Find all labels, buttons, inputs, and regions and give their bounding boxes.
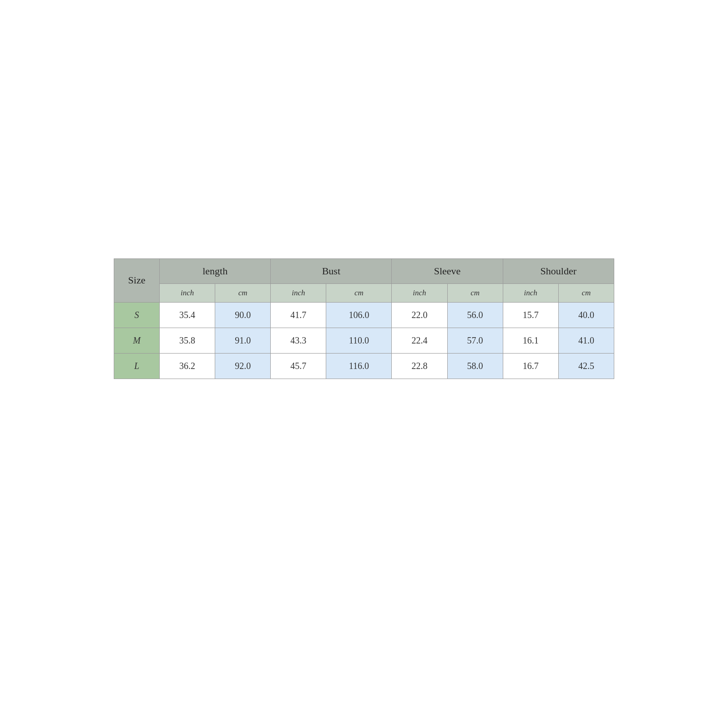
sleeve-inch-cell: 22.0	[392, 302, 447, 328]
shoulder-cm-cell: 40.0	[558, 302, 614, 328]
size-cell: S	[114, 302, 160, 328]
size-chart-table: Size length Bust Sleeve Shoulder inch cm…	[114, 258, 614, 379]
sleeve-cm-cell: 57.0	[447, 328, 503, 353]
size-chart-body: S 35.4 90.0 41.7 106.0 22.0 56.0 15.7 40…	[114, 302, 614, 379]
sleeve-column-header: Sleeve	[392, 258, 503, 283]
table-wrapper: Size length Bust Sleeve Shoulder inch cm…	[114, 258, 614, 379]
size-cell: M	[114, 328, 160, 353]
table-row: L 36.2 92.0 45.7 116.0 22.8 58.0 16.7 42…	[114, 353, 614, 379]
length-inch-cell: 35.8	[160, 328, 215, 353]
length-cm-cell: 92.0	[215, 353, 271, 379]
length-inch-cell: 36.2	[160, 353, 215, 379]
table-row: M 35.8 91.0 43.3 110.0 22.4 57.0 16.1 41…	[114, 328, 614, 353]
shoulder-inch-cell: 16.1	[503, 328, 558, 353]
shoulder-column-header: Shoulder	[503, 258, 614, 283]
bust-cm-header: cm	[326, 283, 392, 302]
length-cm-cell: 90.0	[215, 302, 271, 328]
bust-cm-cell: 110.0	[326, 328, 392, 353]
shoulder-cm-cell: 42.5	[558, 353, 614, 379]
sleeve-inch-cell: 22.4	[392, 328, 447, 353]
sleeve-cm-cell: 56.0	[447, 302, 503, 328]
bust-cm-cell: 116.0	[326, 353, 392, 379]
unit-header-row: inch cm inch cm inch cm inch cm	[114, 283, 614, 302]
page-container: Size length Bust Sleeve Shoulder inch cm…	[0, 0, 728, 728]
shoulder-inch-cell: 15.7	[503, 302, 558, 328]
category-header-row: Size length Bust Sleeve Shoulder	[114, 258, 614, 283]
table-row: S 35.4 90.0 41.7 106.0 22.0 56.0 15.7 40…	[114, 302, 614, 328]
sleeve-inch-cell: 22.8	[392, 353, 447, 379]
bust-inch-cell: 41.7	[271, 302, 326, 328]
shoulder-cm-header: cm	[558, 283, 614, 302]
bust-cm-cell: 106.0	[326, 302, 392, 328]
shoulder-cm-cell: 41.0	[558, 328, 614, 353]
length-inch-cell: 35.4	[160, 302, 215, 328]
length-cm-cell: 91.0	[215, 328, 271, 353]
sleeve-cm-header: cm	[447, 283, 503, 302]
length-column-header: length	[160, 258, 271, 283]
size-column-header: Size	[114, 258, 160, 302]
bust-inch-header: inch	[271, 283, 326, 302]
shoulder-inch-cell: 16.7	[503, 353, 558, 379]
bust-inch-cell: 45.7	[271, 353, 326, 379]
shoulder-inch-header: inch	[503, 283, 558, 302]
size-cell: L	[114, 353, 160, 379]
length-cm-header: cm	[215, 283, 271, 302]
sleeve-cm-cell: 58.0	[447, 353, 503, 379]
sleeve-inch-header: inch	[392, 283, 447, 302]
bust-inch-cell: 43.3	[271, 328, 326, 353]
bust-column-header: Bust	[271, 258, 392, 283]
length-inch-header: inch	[160, 283, 215, 302]
